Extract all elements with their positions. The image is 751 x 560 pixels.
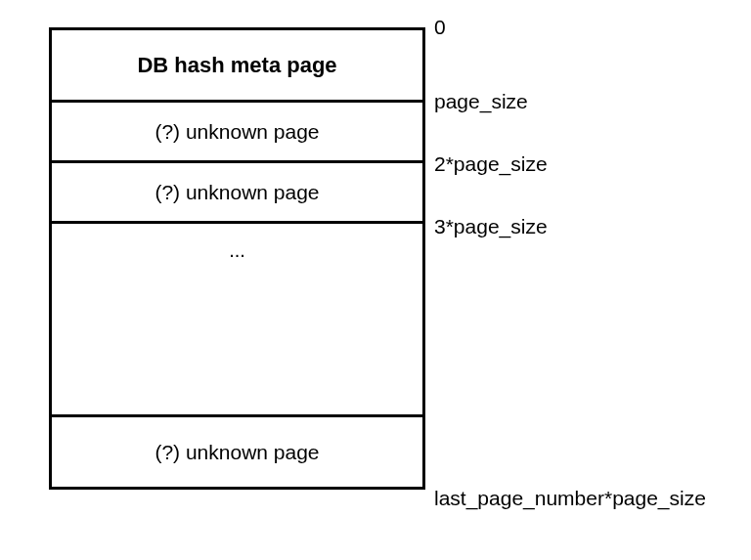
meta-page-row: DB hash meta page (52, 30, 422, 103)
unknown-page-label: (?) unknown page (155, 441, 319, 464)
unknown-page-row-2: (?) unknown page (52, 163, 422, 224)
ellipsis-label: ... (229, 239, 245, 262)
offset-last: last_page_number*page_size (434, 487, 706, 510)
ellipsis-row: ... (52, 224, 422, 417)
unknown-page-row-1: (?) unknown page (52, 103, 422, 163)
page-stack: DB hash meta page (?) unknown page (?) u… (49, 27, 425, 490)
unknown-page-row-last: (?) unknown page (52, 417, 422, 490)
offset-1: page_size (434, 90, 528, 113)
unknown-page-label: (?) unknown page (155, 181, 319, 204)
offset-3: 3*page_size (434, 215, 548, 238)
offset-0: 0 (434, 16, 446, 39)
meta-page-label: DB hash meta page (137, 53, 336, 78)
unknown-page-label: (?) unknown page (155, 120, 319, 144)
offset-2: 2*page_size (434, 152, 548, 176)
diagram-canvas: DB hash meta page (?) unknown page (?) u… (0, 0, 751, 560)
